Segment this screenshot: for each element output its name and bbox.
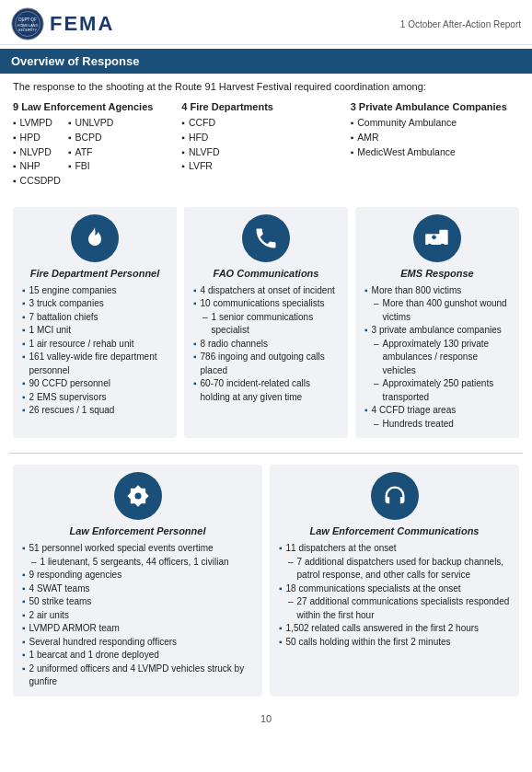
agency-item: HPD	[13, 131, 61, 145]
fao-bullets: 4 dispatchers at onset of incident10 com…	[193, 284, 339, 405]
fema-wordmark: FEMA	[50, 12, 114, 36]
card-fao: FAO Communications4 dispatchers at onset…	[184, 207, 348, 439]
bullet-item: 1 lieutenant, 5 sergeants, 44 officers, …	[22, 556, 253, 570]
svg-point-12	[134, 493, 141, 500]
svg-point-9	[441, 244, 445, 248]
page-number: 10	[0, 708, 532, 728]
card-ems: EMS ResponseMore than 800 victimsMore th…	[355, 207, 519, 439]
bullet-item: More than 400 gunshot wound victims	[364, 297, 510, 324]
bullet-item: 786 ingoing and outgoing calls placed	[193, 351, 339, 377]
intro-text: The response to the shooting at the Rout…	[0, 74, 532, 98]
fire-label: Fire Department Personnel	[30, 268, 160, 279]
bullet-item: 50 calls holding within the first 2 minu…	[279, 636, 510, 650]
bullet-item: 2 EMS supervisors	[22, 391, 168, 405]
agency-item: AMR	[351, 131, 457, 145]
fao-label: FAO Communications	[214, 268, 319, 279]
bullet-item: 161 valley-wide fire department personne…	[22, 351, 168, 377]
bullet-item: 7 additional dispatchers used for backup…	[279, 556, 510, 582]
agencies-section: 9 Law Enforcement AgenciesLVMPDHPDNLVPDN…	[0, 98, 532, 196]
agency-title-2: 3 Private Ambulance Companies	[351, 101, 512, 112]
fire-bullets: 15 engine companies3 truck companies7 ba…	[22, 284, 168, 418]
agency-item: LVFR	[181, 159, 219, 174]
bullet-item: Approximately 130 private ambulances / r…	[364, 338, 510, 378]
agency-item: HFD	[181, 131, 219, 145]
bullet-item: Hundreds treated	[364, 418, 510, 432]
fema-logo: DEPT OF HOMELAND SECURITY FEMA	[11, 7, 114, 40]
divider	[9, 453, 523, 454]
page-header: DEPT OF HOMELAND SECURITY FEMA 1 October…	[0, 0, 532, 45]
bullet-item: 1 bearcat and 1 drone deployed	[22, 649, 253, 663]
agency-title-0: 9 Law Enforcement Agencies	[13, 101, 174, 112]
bullet-item: 1 MCI unit	[22, 324, 168, 338]
agency-list-0-1: UNLVPDBCPDATFFBI	[68, 116, 113, 189]
le_comm-label: Law Enforcement Communications	[310, 525, 480, 536]
agency-col-0: 9 Law Enforcement AgenciesLVMPDHPDNLVPDN…	[13, 101, 181, 189]
bullet-item: 18 communications specialists at the ons…	[279, 582, 510, 596]
bullet-item: 8 radio channels	[193, 338, 339, 351]
le_personnel-icon	[114, 472, 162, 520]
fao-icon	[242, 214, 290, 262]
agency-item: NLVPD	[13, 145, 61, 160]
card-le_comm: Law Enforcement Communications11 dispatc…	[270, 465, 519, 697]
bullet-item: 2 air units	[22, 609, 253, 623]
agency-item: NLVFD	[181, 145, 219, 160]
top-cards-grid: Fire Department Personnel15 engine compa…	[0, 196, 532, 450]
ems-icon	[413, 214, 461, 262]
agency-item: CCFD	[181, 116, 219, 131]
bullet-item: 2 uniformed officers and 4 LVMPD vehicle…	[22, 663, 253, 689]
bullet-item: 3 private ambulance companies	[364, 324, 510, 338]
le_personnel-label: Law Enforcement Personnel	[70, 525, 206, 536]
bullet-item: 50 strike teams	[22, 595, 253, 609]
agency-item: ATF	[68, 145, 113, 160]
bullet-item: 3 truck companies	[22, 297, 168, 311]
bullet-item: 11 dispatchers at the onset	[279, 542, 510, 556]
bullet-item: LVMPD ARMOR team	[22, 622, 253, 636]
agency-item: Community Ambulance	[351, 116, 457, 131]
agency-item: MedicWest Ambulance	[351, 145, 457, 160]
bullet-item: 9 responding agencies	[22, 569, 253, 582]
agency-sub-0: LVMPDHPDNLVPDNHPCCSDPDUNLVPDBCPDATFFBI	[13, 116, 174, 189]
agency-item: UNLVPD	[68, 116, 113, 131]
agency-list-0-0: LVMPDHPDNLVPDNHPCCSDPD	[13, 116, 61, 189]
svg-text:HOMELAND: HOMELAND	[17, 23, 39, 28]
bullet-item: 51 personnel worked special events overt…	[22, 542, 253, 556]
card-le_personnel: Law Enforcement Personnel51 personnel wo…	[13, 465, 262, 697]
agency-col-1: 4 Fire DepartmentsCCFDHFDNLVFDLVFR	[181, 101, 350, 189]
bullet-item: 4 SWAT teams	[22, 582, 253, 596]
bullet-item: 90 CCFD personnel	[22, 377, 168, 391]
bullet-item: 4 dispatchers at onset of incident	[193, 284, 339, 298]
bullet-item: 15 engine companies	[22, 284, 168, 298]
card-fire: Fire Department Personnel15 engine compa…	[13, 207, 177, 439]
agency-list-2-0: Community AmbulanceAMRMedicWest Ambulanc…	[351, 116, 457, 159]
bullet-item: 1 senior communications specialist	[193, 311, 339, 338]
agency-item: CCSDPD	[13, 174, 61, 189]
fema-seal-icon: DEPT OF HOMELAND SECURITY	[11, 7, 44, 40]
bullet-item: 26 rescues / 1 squad	[22, 404, 168, 418]
bottom-cards-grid: Law Enforcement Personnel51 personnel wo…	[0, 457, 532, 708]
bullet-item: 27 additional communications specialists…	[279, 595, 510, 622]
bullet-item: 4 CCFD triage areas	[364, 404, 510, 418]
svg-text:SECURITY: SECURITY	[18, 28, 38, 32]
ems-label: EMS Response	[400, 268, 473, 279]
ems-bullets: More than 800 victimsMore than 400 gunsh…	[364, 284, 510, 432]
svg-text:DEPT OF: DEPT OF	[18, 17, 37, 22]
agency-item: FBI	[68, 159, 113, 174]
agency-list-1-0: CCFDHFDNLVFDLVFR	[181, 116, 219, 174]
svg-point-8	[428, 244, 433, 248]
le_comm-icon	[371, 472, 419, 520]
svg-rect-11	[433, 235, 434, 239]
bullet-item: Approximately 250 patients transported	[364, 377, 510, 404]
agency-sub-2: Community AmbulanceAMRMedicWest Ambulanc…	[351, 116, 512, 159]
section-title: Overview of Response	[11, 54, 139, 68]
agency-item: NHP	[13, 159, 61, 174]
agency-sub-1: CCFDHFDNLVFDLVFR	[181, 116, 342, 174]
agency-title-1: 4 Fire Departments	[181, 101, 342, 112]
fire-icon	[71, 214, 119, 262]
svg-rect-7	[439, 229, 447, 244]
bullet-item: 1 air resource / rehab unit	[22, 338, 168, 351]
bullet-item: 60-70 incident-related calls holding at …	[193, 377, 339, 404]
bullet-item: 7 battalion chiefs	[22, 311, 168, 325]
agency-item: BCPD	[68, 131, 113, 145]
le_comm-bullets: 11 dispatchers at the onset7 additional …	[279, 542, 510, 649]
bullet-item: Several hundred responding officers	[22, 636, 253, 650]
